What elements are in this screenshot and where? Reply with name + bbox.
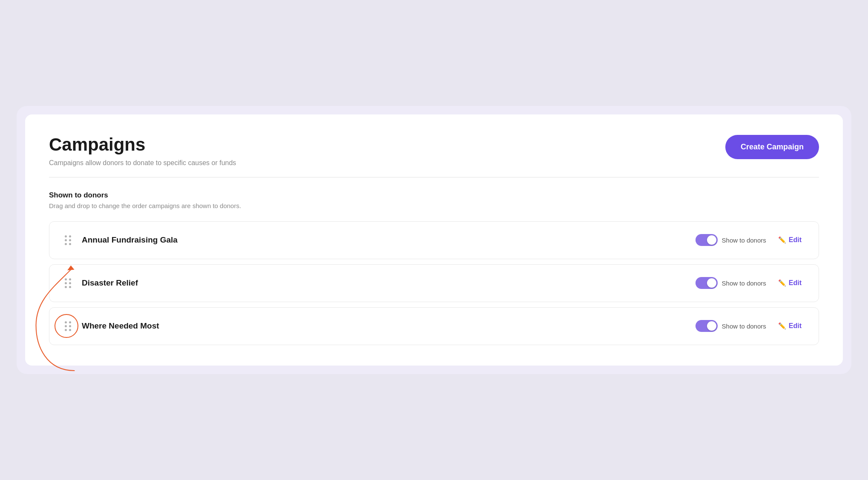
dot: [69, 278, 71, 280]
toggle-label-2: Show to donors: [722, 280, 766, 287]
dot: [69, 243, 71, 245]
campaign-item: Annual Fundraising Gala Show to donors ✏…: [49, 221, 819, 259]
campaign-name-3: Where Needed Most: [82, 321, 687, 331]
toggle-label-1: Show to donors: [722, 237, 766, 244]
drag-dots-3: [65, 321, 72, 331]
edit-label-3: Edit: [789, 322, 802, 330]
dot: [65, 286, 67, 288]
show-donors-toggle-3[interactable]: [696, 320, 718, 332]
show-donors-toggle-1[interactable]: [696, 234, 718, 246]
dot: [65, 325, 67, 327]
main-card: Campaigns Campaigns allow donors to dona…: [25, 114, 843, 365]
dot: [69, 325, 71, 327]
drag-handle-1[interactable]: [63, 234, 73, 247]
section-title: Shown to donors: [49, 191, 819, 200]
page-header: Campaigns Campaigns allow donors to dona…: [49, 135, 819, 166]
edit-button-3[interactable]: ✏️ Edit: [775, 320, 805, 331]
dot: [65, 321, 67, 323]
edit-icon-3: ✏️: [778, 322, 786, 330]
create-campaign-button[interactable]: Create Campaign: [725, 135, 819, 159]
outer-container: Campaigns Campaigns allow donors to dona…: [17, 106, 851, 374]
dot: [65, 282, 67, 284]
campaign-actions-3: Show to donors ✏️ Edit: [696, 320, 805, 332]
page-title: Campaigns: [49, 135, 236, 154]
dot: [69, 239, 71, 241]
dot: [69, 286, 71, 288]
campaign-actions-2: Show to donors ✏️ Edit: [696, 277, 805, 289]
dot: [69, 321, 71, 323]
toggle-container-2: Show to donors: [696, 277, 766, 289]
drag-handle-2[interactable]: [63, 277, 73, 290]
edit-label-1: Edit: [789, 236, 802, 244]
dot: [69, 235, 71, 237]
campaign-item: Disaster Relief Show to donors ✏️ Edit: [49, 264, 819, 302]
drag-dots-2: [65, 278, 72, 288]
header-divider: [49, 177, 819, 177]
toggle-container-3: Show to donors: [696, 320, 766, 332]
edit-icon-1: ✏️: [778, 236, 786, 244]
campaign-actions-1: Show to donors ✏️ Edit: [696, 234, 805, 246]
toggle-container-1: Show to donors: [696, 234, 766, 246]
campaign-item: Where Needed Most Show to donors ✏️ Edit: [49, 307, 819, 345]
dot: [69, 329, 71, 331]
dot: [65, 278, 67, 280]
dot: [65, 243, 67, 245]
campaign-name-1: Annual Fundraising Gala: [82, 235, 687, 245]
section-subtitle: Drag and drop to change the order campai…: [49, 202, 819, 209]
edit-icon-2: ✏️: [778, 279, 786, 287]
campaign-list: Annual Fundraising Gala Show to donors ✏…: [49, 221, 819, 345]
edit-button-1[interactable]: ✏️ Edit: [775, 234, 805, 246]
toggle-label-3: Show to donors: [722, 323, 766, 330]
edit-label-2: Edit: [789, 279, 802, 287]
dot: [65, 235, 67, 237]
dot: [65, 239, 67, 241]
dot: [69, 282, 71, 284]
header-left: Campaigns Campaigns allow donors to dona…: [49, 135, 236, 166]
edit-button-2[interactable]: ✏️ Edit: [775, 277, 805, 289]
drag-dots-1: [65, 235, 72, 245]
show-donors-toggle-2[interactable]: [696, 277, 718, 289]
dot: [65, 329, 67, 331]
drag-handle-3[interactable]: [63, 320, 73, 333]
page-subtitle: Campaigns allow donors to donate to spec…: [49, 159, 236, 167]
campaign-name-2: Disaster Relief: [82, 278, 687, 288]
